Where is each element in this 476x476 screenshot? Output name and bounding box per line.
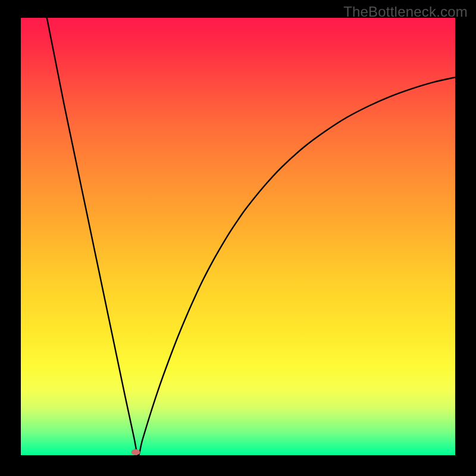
plot-area — [21, 18, 455, 455]
chart-frame: TheBottleneck.com — [0, 0, 476, 476]
optimum-marker — [131, 449, 140, 455]
bottleneck-curve — [21, 18, 455, 455]
